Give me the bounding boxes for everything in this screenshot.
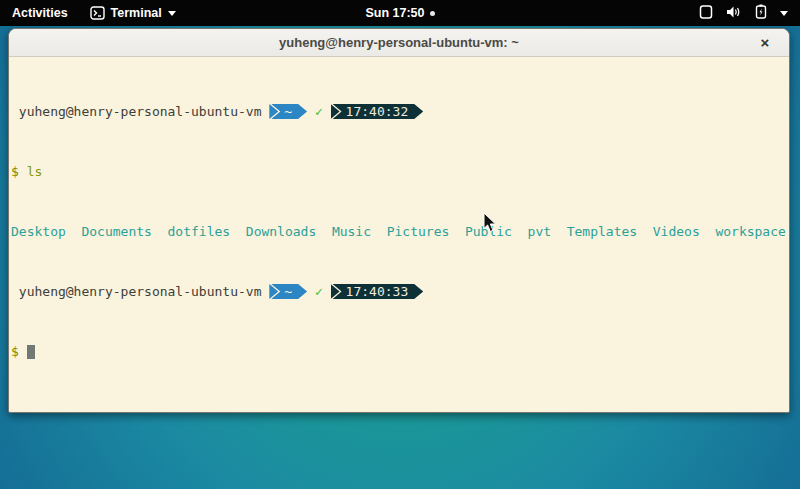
chevron-down-icon [168, 11, 176, 16]
battery-charging-icon [755, 4, 767, 22]
command-text: ls [27, 164, 43, 179]
prompt-time-segment: 17:40:32 [333, 104, 424, 119]
display-icon [699, 5, 713, 22]
terminal-window: yuheng@henry-personal-ubuntu-vm: ~ × yuh… [8, 28, 790, 413]
terminal-cursor [27, 345, 35, 359]
activities-button[interactable]: Activities [0, 0, 80, 26]
ls-output: Desktop Documents dotfiles Downloads Mus… [11, 224, 787, 239]
prompt-user: yuheng@henry-personal-ubuntu-vm [11, 284, 269, 299]
status-ok-icon: ✓ [315, 284, 323, 299]
system-menu-chevron-icon [780, 11, 788, 16]
input-line[interactable]: $ [11, 344, 787, 359]
volume-icon [726, 5, 742, 22]
system-status-area[interactable] [687, 0, 800, 26]
prompt-user: yuheng@henry-personal-ubuntu-vm [11, 104, 269, 119]
notification-dot [430, 11, 435, 16]
window-title: yuheng@henry-personal-ubuntu-vm: ~ [279, 35, 519, 50]
app-menu-label: Terminal [111, 6, 162, 20]
prompt-symbol: $ [11, 344, 19, 359]
prompt-symbol: $ [11, 164, 19, 179]
prompt-line: yuheng@henry-personal-ubuntu-vm ~ ✓ 17:4… [11, 284, 787, 299]
terminal-icon [90, 6, 105, 20]
prompt-time-segment: 17:40:33 [333, 284, 424, 299]
command-line: $ ls [11, 164, 787, 179]
app-menu-terminal[interactable]: Terminal [80, 0, 186, 26]
activities-label: Activities [12, 6, 68, 20]
terminal-content[interactable]: yuheng@henry-personal-ubuntu-vm ~ ✓ 17:4… [9, 57, 789, 413]
close-button[interactable]: × [755, 33, 775, 53]
window-titlebar[interactable]: yuheng@henry-personal-ubuntu-vm: ~ × [9, 29, 789, 57]
top-bar: Activities Terminal Sun 17:50 [0, 0, 800, 26]
clock-label: Sun 17:50 [365, 6, 424, 20]
prompt-line: yuheng@henry-personal-ubuntu-vm ~ ✓ 17:4… [11, 104, 787, 119]
status-ok-icon: ✓ [315, 104, 323, 119]
mouse-cursor-icon [483, 212, 497, 237]
